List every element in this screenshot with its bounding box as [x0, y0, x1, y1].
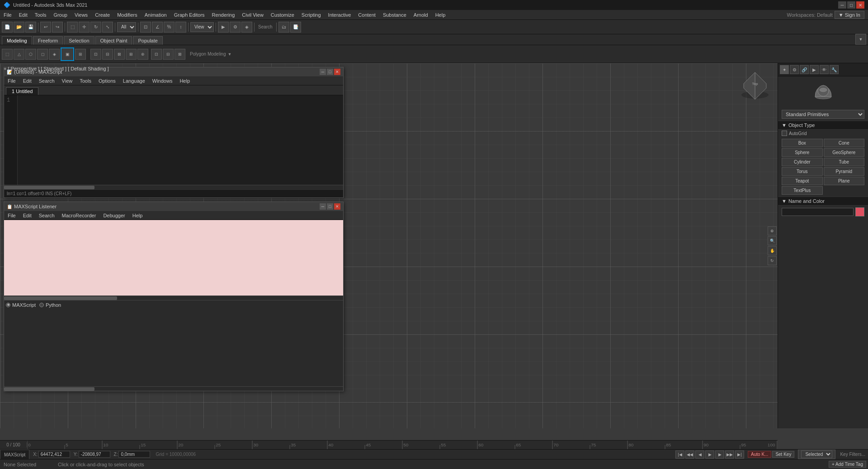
poly-btn-6[interactable]: ⊞	[75, 49, 86, 60]
anim-btn-prev-key[interactable]: ◀◀	[685, 450, 694, 459]
redo-button[interactable]: ↪	[52, 22, 63, 33]
radio-maxscript[interactable]	[6, 303, 10, 307]
btn-sphere[interactable]: Sphere	[782, 148, 823, 157]
key-filters-button[interactable]: Key Filters...	[837, 452, 868, 457]
listener-menu-help[interactable]: Help	[129, 211, 146, 220]
add-time-tag-button[interactable]: + Add Time Tag	[829, 461, 866, 468]
edit-poly-btn-4[interactable]: ⊞	[126, 49, 137, 60]
editor-menu-tools[interactable]: Tools	[76, 76, 95, 85]
save-button[interactable]: 💾	[25, 22, 36, 33]
script-editor-content[interactable]	[18, 95, 343, 185]
spinner-snap[interactable]: ↕	[175, 22, 186, 33]
listener-menu-search[interactable]: Search	[35, 211, 58, 220]
anim-btn-prev[interactable]: ◀	[695, 450, 704, 459]
tab-object-paint[interactable]: Object Paint	[95, 36, 132, 45]
menu-help[interactable]: Help	[432, 10, 449, 19]
ribbon-options[interactable]: ▼	[855, 34, 866, 45]
color-swatch[interactable]	[855, 207, 864, 216]
scene-explorer[interactable]: 🗂	[278, 22, 289, 33]
y-coord-input[interactable]	[79, 451, 110, 458]
edit-poly-btn-1[interactable]: ⊡	[90, 49, 101, 60]
tab-freeform[interactable]: Freeform	[33, 36, 63, 45]
menu-substance[interactable]: Substance	[379, 10, 410, 19]
menu-modifiers[interactable]: Modifiers	[113, 10, 141, 19]
object-name-input[interactable]	[782, 208, 854, 216]
radio-python[interactable]	[39, 303, 44, 307]
render-setup[interactable]: ⚙	[230, 22, 241, 33]
hierarchy-icon-btn[interactable]: 🔗	[800, 65, 809, 74]
display-icon-btn[interactable]: 👁	[820, 65, 829, 74]
listener-close-btn[interactable]: ✕	[334, 203, 340, 210]
maxscript-tab-button[interactable]: MAXScript	[0, 450, 29, 459]
new-button[interactable]: 📄	[2, 22, 13, 33]
view-dropdown[interactable]: View	[190, 22, 214, 32]
listener-output-area[interactable]	[4, 220, 343, 295]
menu-graph-editors[interactable]: Graph Editors	[170, 10, 208, 19]
menu-animation[interactable]: Animation	[141, 10, 170, 19]
editor-menu-help[interactable]: Help	[176, 76, 193, 85]
listener-hscrollbar-thumb[interactable]	[4, 296, 117, 300]
script-tab-untitled[interactable]: 1 Untitled	[6, 87, 38, 95]
close-button[interactable]: ✕	[856, 1, 864, 9]
editor-close-btn[interactable]: ✕	[334, 69, 340, 75]
editor-menu-file[interactable]: File	[4, 76, 19, 85]
editor-menu-search[interactable]: Search	[35, 76, 58, 85]
zoom-extents-btn[interactable]: ⊕	[768, 226, 777, 235]
tab-populate[interactable]: Populate	[133, 36, 162, 45]
material-editor[interactable]: ◈	[241, 22, 252, 33]
editor-menu-options[interactable]: Options	[95, 76, 119, 85]
anim-btn-start[interactable]: |◀	[675, 450, 684, 459]
viewport[interactable]: + [ Perspective ] [ Standard ] [ Default…	[0, 63, 778, 428]
scale-button[interactable]: ⤡	[102, 22, 113, 33]
filter-dropdown[interactable]: All	[117, 22, 136, 32]
listener-input-area[interactable]	[4, 309, 343, 386]
x-coord-input[interactable]	[38, 451, 70, 458]
menu-content[interactable]: Content	[354, 10, 379, 19]
collapse-icon-object-type[interactable]: ▼	[782, 122, 787, 128]
menu-tools[interactable]: Tools	[31, 10, 50, 19]
editor-hscrollbar[interactable]	[4, 185, 343, 189]
listener-maximize-btn[interactable]: □	[327, 203, 333, 210]
editor-hscrollbar-thumb[interactable]	[4, 186, 94, 189]
extra-btn-1[interactable]: ⊡	[151, 49, 162, 60]
edit-poly-btn-5[interactable]: ⊛	[137, 49, 148, 60]
tab-selection[interactable]: Selection	[64, 36, 94, 45]
render-button[interactable]: ▶	[218, 22, 229, 33]
minimize-button[interactable]: ─	[838, 1, 846, 9]
editor-menu-view[interactable]: View	[58, 76, 76, 85]
btn-textplus[interactable]: TextPlus	[782, 186, 823, 195]
menu-scripting[interactable]: Scripting	[298, 10, 325, 19]
editor-minimize-btn[interactable]: ─	[320, 69, 326, 75]
menu-create[interactable]: Create	[91, 10, 113, 19]
editor-menu-edit[interactable]: Edit	[19, 76, 35, 85]
zoom-btn[interactable]: 🔍	[768, 236, 777, 245]
polygon-modeling-dropdown[interactable]: ▼	[228, 52, 232, 56]
btn-torus[interactable]: Torus	[782, 167, 823, 176]
collapse-icon-name-color[interactable]: ▼	[782, 198, 787, 204]
undo-button[interactable]: ↩	[40, 22, 51, 33]
edit-poly-btn-3[interactable]: ⊠	[114, 49, 125, 60]
anim-btn-next[interactable]: ▶	[715, 450, 724, 459]
poly-btn-2[interactable]: △	[14, 49, 24, 60]
anim-btn-play[interactable]: ▶	[705, 450, 714, 459]
menu-edit[interactable]: Edit	[15, 10, 31, 19]
timeline-track[interactable]: 0 5 10 15 20 25 30 35 40 45 50 55 60	[27, 441, 778, 449]
autogrid-checkbox[interactable]	[782, 131, 787, 136]
listener-tab-python[interactable]: Python	[39, 302, 61, 308]
menu-rendering[interactable]: Rendering	[208, 10, 239, 19]
poly-btn-4[interactable]: ◻	[37, 49, 48, 60]
listener-menu-macrorecorder[interactable]: MacroRecorder	[58, 211, 100, 220]
menu-customize[interactable]: Customize	[267, 10, 298, 19]
menu-arnold[interactable]: Arnold	[410, 10, 432, 19]
extra-btn-2[interactable]: ⊟	[163, 49, 174, 60]
listener-menu-edit[interactable]: Edit	[19, 211, 35, 220]
btn-cone[interactable]: Cone	[824, 139, 865, 147]
motion-icon-btn[interactable]: ▶	[810, 65, 819, 74]
menu-file[interactable]: File	[0, 10, 15, 19]
setkey-button[interactable]: Set Key	[772, 451, 794, 458]
btn-pyramid[interactable]: Pyramid	[824, 167, 865, 176]
editor-menu-language[interactable]: Language	[119, 76, 149, 85]
editor-maximize-btn[interactable]: □	[327, 69, 333, 75]
primitives-dropdown[interactable]: Standard Primitives	[782, 110, 864, 119]
editor-menu-windows[interactable]: Windows	[149, 76, 176, 85]
